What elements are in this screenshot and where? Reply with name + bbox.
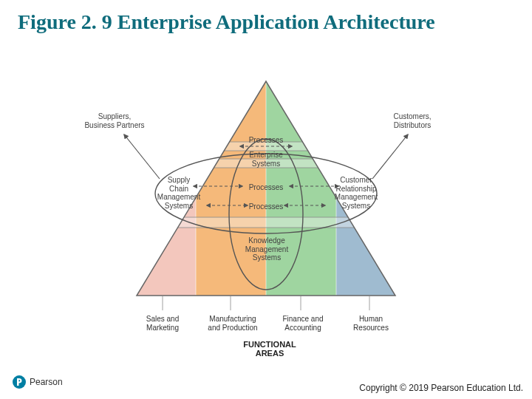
- publisher-logo: Pearson: [12, 374, 71, 393]
- svg-line-25: [124, 134, 160, 179]
- functional-areas-label: FUNCTIONALAREAS: [236, 340, 303, 358]
- svg-rect-10: [126, 217, 406, 228]
- label-kms: KnowledgeManagementSystems: [241, 236, 293, 262]
- svg-line-26: [372, 134, 408, 179]
- diagram-stage: Suppliers,Business Partners Customers,Di…: [96, 74, 436, 369]
- col-finance: Finance andAccounting: [273, 315, 332, 332]
- col-hr: HumanResources: [341, 315, 400, 332]
- label-processes-top: Processes: [245, 136, 287, 145]
- label-customers: Customers,Distributors: [383, 112, 442, 129]
- label-scm: SupplyChainManagementSystems: [152, 176, 205, 210]
- col-sales-marketing: Sales andMarketing: [133, 315, 192, 332]
- page-title: Figure 2. 9 Enterprise Application Archi…: [0, 0, 532, 34]
- copyright-text: Copyright © 2019 Pearson Education Ltd.: [359, 383, 523, 393]
- label-suppliers: Suppliers,Business Partners: [81, 112, 148, 129]
- publisher-name: Pearson: [30, 377, 63, 387]
- label-enterprise: EnterpriseSystems: [244, 151, 288, 168]
- col-manufacturing: Manufacturingand Production: [200, 315, 266, 332]
- label-crm: CustomerRelationshipManagementSystems: [327, 176, 385, 210]
- label-processes-mid: Processes: [245, 183, 287, 192]
- label-processes-low: Processes: [245, 202, 287, 211]
